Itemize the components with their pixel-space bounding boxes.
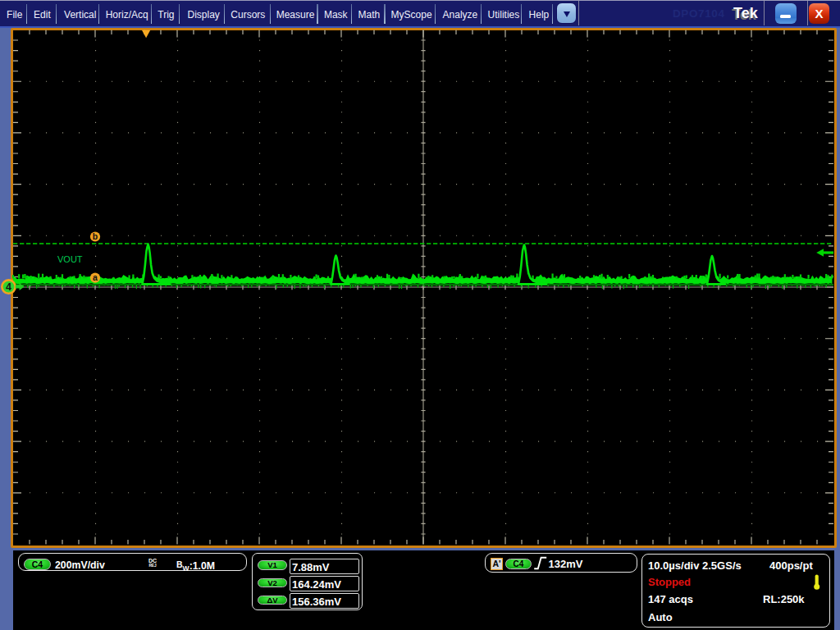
svg-text:4: 4	[6, 281, 11, 293]
svg-text:b: b	[93, 231, 98, 241]
svg-text:a: a	[93, 272, 98, 282]
svg-text:VOUT: VOUT	[57, 254, 83, 264]
